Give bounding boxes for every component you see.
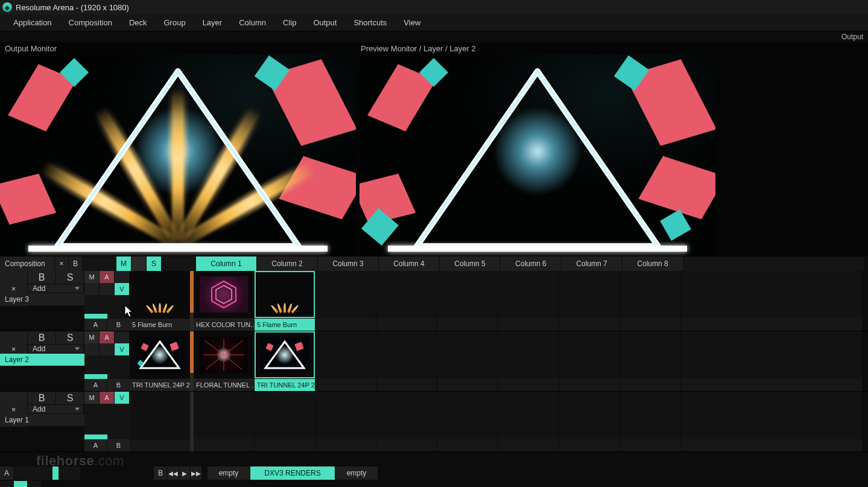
l3-v[interactable]: V xyxy=(115,283,129,295)
layer-3-blendmode[interactable]: Add xyxy=(28,284,83,293)
l1-xf-a[interactable]: A xyxy=(84,439,107,451)
l3-a[interactable]: A xyxy=(100,271,114,283)
l3-clip-4[interactable] xyxy=(376,271,437,331)
l3-clip-2[interactable]: 5 Flame Burn xyxy=(255,271,315,331)
l1-a[interactable]: A xyxy=(100,392,114,404)
layer-3-mixer: MA V AB xyxy=(84,271,130,331)
l2-xf-a[interactable]: A xyxy=(84,379,107,391)
layer-1-name[interactable]: Layer 1 xyxy=(0,414,84,426)
l1-xf-b[interactable]: B xyxy=(107,439,130,451)
l2-a[interactable]: A xyxy=(100,331,114,343)
column-8[interactable]: Column 8 xyxy=(622,256,683,271)
l1-clip-6[interactable] xyxy=(498,392,559,451)
l1-crossfader[interactable] xyxy=(84,434,130,439)
l3-clip-7[interactable] xyxy=(559,271,619,331)
l3-clip-1[interactable]: HEX COLOR TUN... xyxy=(194,271,254,331)
l2-clip-5[interactable] xyxy=(437,331,498,391)
l1-clip-extra[interactable] xyxy=(681,392,862,451)
layer-3-solo[interactable]: S xyxy=(56,271,84,284)
transport-next[interactable]: ▶▶ xyxy=(191,466,201,480)
layer-1-bypass[interactable]: B xyxy=(28,392,55,404)
column-7[interactable]: Column 7 xyxy=(562,256,622,271)
l2-m[interactable]: M xyxy=(84,331,99,343)
crossfader-b[interactable]: B xyxy=(154,466,167,480)
layer-3-name[interactable]: Layer 3 xyxy=(0,293,84,305)
composition-gap xyxy=(131,256,146,271)
layer-1-active-clip[interactable] xyxy=(130,392,190,451)
l2-clip-2[interactable]: TRI TUNNEL 24P 2K xyxy=(255,331,315,391)
l3-clip-2-label: 5 Flame Burn xyxy=(255,319,315,331)
deck-empty-2[interactable]: empty xyxy=(335,466,378,480)
l3-clip-6[interactable] xyxy=(498,271,559,331)
column-1[interactable]: Column 1 xyxy=(196,256,256,271)
l1-clip-3[interactable] xyxy=(315,392,376,451)
transport-prev[interactable]: ◀◀ xyxy=(168,466,179,480)
l1-clip-7[interactable] xyxy=(559,392,619,451)
column-6[interactable]: Column 6 xyxy=(501,256,561,271)
l2-clip-3[interactable] xyxy=(315,331,376,391)
l2-clip-1[interactable]: FLORAL TUNNEL ... xyxy=(194,331,254,391)
menu-application[interactable]: Application xyxy=(5,16,60,30)
l1-m[interactable]: M xyxy=(84,392,99,404)
menu-composition[interactable]: Composition xyxy=(60,16,121,30)
l3-xf-b[interactable]: B xyxy=(107,319,130,331)
app-icon: ◆ xyxy=(2,2,12,12)
l3-xf-a[interactable]: A xyxy=(84,319,107,331)
composition-bypass[interactable]: × xyxy=(55,256,68,271)
layer-3-active-clip[interactable]: 5 Flame Burn xyxy=(130,271,190,331)
crossfader-a[interactable]: A xyxy=(0,466,13,480)
l3-clip-5[interactable] xyxy=(437,271,498,331)
composition-s-toggle[interactable]: S xyxy=(147,256,161,271)
column-3[interactable]: Column 3 xyxy=(318,256,378,271)
l2-clip-4[interactable] xyxy=(376,331,437,391)
l2-clip-8[interactable] xyxy=(620,331,680,391)
l1-clip-2[interactable] xyxy=(255,392,315,451)
layer-2-name[interactable]: Layer 2 xyxy=(0,354,84,366)
output-monitor[interactable] xyxy=(0,54,356,256)
l2-clip-extra[interactable] xyxy=(681,331,862,391)
menu-group[interactable]: Group xyxy=(156,16,194,30)
preview-monitor[interactable] xyxy=(360,54,715,256)
menu-view[interactable]: View xyxy=(395,16,429,30)
menu-output[interactable]: Output xyxy=(305,16,345,30)
l3-clip-extra[interactable] xyxy=(681,271,862,331)
menu-clip[interactable]: Clip xyxy=(274,16,305,30)
l1-v[interactable]: V xyxy=(115,392,129,404)
column-2[interactable]: Column 2 xyxy=(257,256,317,271)
composition-area: Composition × B M S Column 1 Column 2 Co… xyxy=(0,256,868,487)
layer-3-bypass[interactable]: B xyxy=(28,271,55,284)
layer-1-solo[interactable]: S xyxy=(56,392,84,404)
column-4[interactable]: Column 4 xyxy=(379,256,439,271)
l2-xf-b[interactable]: B xyxy=(107,379,130,391)
layer-2-blendmode[interactable]: Add xyxy=(28,345,83,353)
composition-b[interactable]: B xyxy=(69,256,82,271)
deck-active[interactable]: DXV3 RENDERS xyxy=(250,466,335,480)
column-overflow[interactable] xyxy=(683,256,864,271)
transport-play[interactable]: ▶ xyxy=(179,466,190,480)
l1-clip-8[interactable] xyxy=(620,392,680,451)
layer-1-blendmode[interactable]: Add xyxy=(28,405,83,413)
l3-crossfader[interactable] xyxy=(84,314,130,319)
l1-clip-4[interactable] xyxy=(376,392,437,451)
menu-deck[interactable]: Deck xyxy=(121,16,156,30)
composition-label[interactable]: Composition xyxy=(0,256,54,271)
l3-clip-8[interactable] xyxy=(620,271,680,331)
l3-m[interactable]: M xyxy=(84,271,99,283)
output-panel-label[interactable]: Output xyxy=(841,33,863,41)
l1-clip-1[interactable] xyxy=(194,392,254,451)
menu-shortcuts[interactable]: Shortcuts xyxy=(345,16,395,30)
column-5[interactable]: Column 5 xyxy=(440,256,500,271)
l2-clip-6[interactable] xyxy=(498,331,559,391)
l3-clip-3[interactable] xyxy=(315,271,376,331)
deck-empty-1[interactable]: empty xyxy=(207,466,250,480)
layer-2-active-clip[interactable]: TRI TUNNEL 24P 2K xyxy=(130,331,190,391)
l2-clip-7[interactable] xyxy=(559,331,619,391)
layer-2-solo[interactable]: S xyxy=(56,331,84,344)
layer-2-bypass[interactable]: B xyxy=(28,331,55,344)
menu-layer[interactable]: Layer xyxy=(194,16,231,30)
l2-v[interactable]: V xyxy=(115,343,129,355)
menu-column[interactable]: Column xyxy=(230,16,274,30)
l1-clip-5[interactable] xyxy=(437,392,498,451)
l2-crossfader[interactable] xyxy=(84,374,130,379)
composition-m-toggle[interactable]: M xyxy=(116,256,131,271)
